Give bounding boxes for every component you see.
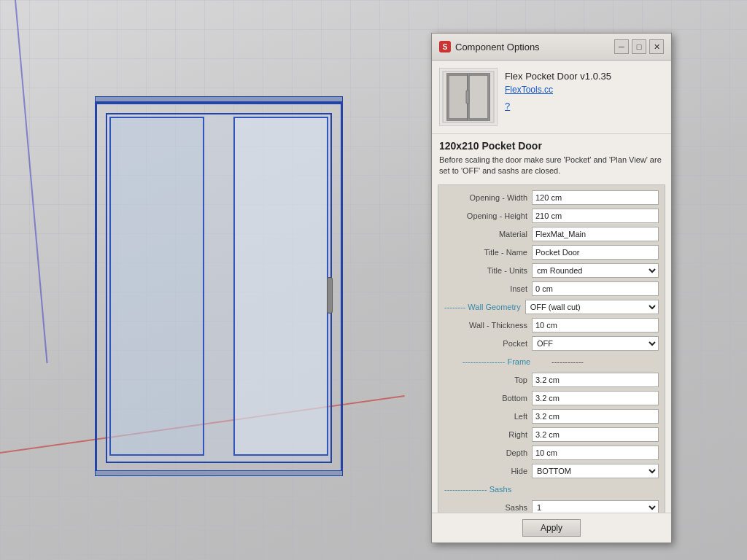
hide-label: Hide [444, 467, 532, 475]
bottom-input[interactable] [532, 391, 659, 405]
component-options-dialog: S Component Options ─ □ ✕ [431, 33, 672, 543]
frame-dashes: ------------ [549, 354, 659, 369]
sashs-row: Sashs 1 2 3 4 [444, 499, 659, 513]
title-name-input[interactable] [532, 245, 659, 260]
title-name-row: Title - Name [444, 244, 659, 260]
depth-row: Depth [444, 445, 659, 461]
sashs-separator-label: ---------------- Sashs [444, 485, 659, 494]
minimize-button[interactable]: ─ [614, 39, 629, 54]
hide-select[interactable]: BOTTOM TOP LEFT RIGHT NONE [532, 464, 659, 478]
pocket-select[interactable]: OFF ON [532, 336, 659, 351]
title-units-row: Title - Units cm Rounded cm mm inches fe… [444, 262, 659, 279]
opening-height-input[interactable] [532, 209, 659, 223]
depth-input[interactable] [532, 446, 659, 460]
wall-thickness-label: Wall - Thickness [444, 321, 532, 330]
properties-panel: Opening - Width Opening - Height Materia… [438, 184, 665, 513]
right-row: Right [444, 427, 659, 443]
right-label: Right [444, 430, 532, 439]
product-link[interactable]: FlexTools.cc [505, 85, 611, 95]
opening-width-input[interactable] [532, 190, 659, 205]
product-thumbnail [439, 68, 498, 126]
dialog-title: Component Options [455, 42, 540, 52]
svg-rect-2 [449, 75, 468, 119]
app-icon: S [439, 41, 451, 52]
material-label: Material [444, 230, 532, 238]
frame-separator-row: ---------------- Frame ------------ [444, 354, 659, 370]
apply-button[interactable]: Apply [522, 519, 581, 537]
sashs-select[interactable]: 1 2 3 4 [532, 500, 659, 513]
left-label: Left [444, 412, 532, 421]
material-row: Material [444, 226, 659, 242]
top-row: Top [444, 372, 659, 388]
pocket-label: Pocket [444, 339, 532, 348]
section-note: Before scaling the door make sure 'Pocke… [432, 155, 671, 182]
product-help[interactable]: ? [505, 101, 611, 112]
opening-height-label: Opening - Height [444, 211, 532, 220]
dialog-title-left: S Component Options [439, 41, 540, 52]
close-button[interactable]: ✕ [649, 39, 664, 54]
pocket-row: Pocket OFF ON [444, 335, 659, 351]
bottom-row: Bottom [444, 390, 659, 406]
top-input[interactable] [532, 373, 659, 387]
top-label: Top [444, 376, 532, 384]
right-input[interactable] [532, 427, 659, 442]
title-name-label: Title - Name [444, 248, 532, 257]
frame-separator-label: ---------------- Frame [444, 357, 549, 366]
inset-input[interactable] [532, 281, 659, 296]
dialog-footer: Apply [432, 513, 671, 542]
bottom-label: Bottom [444, 394, 532, 402]
maximize-button[interactable]: □ [632, 39, 646, 54]
dialog-titlebar: S Component Options ─ □ ✕ [432, 34, 671, 61]
title-units-label: Title - Units [444, 266, 532, 275]
product-name: Flex Pocket Door v1.0.35 [505, 71, 611, 82]
dialog-content[interactable]: 120x210 Pocket Door Before scaling the d… [432, 134, 671, 513]
depth-label: Depth [444, 448, 532, 457]
sashs-label: Sashs [444, 503, 532, 512]
svg-rect-3 [469, 75, 488, 119]
left-input[interactable] [532, 409, 659, 424]
wall-geometry-row: -------- Wall Geometry OFF (wall cut) ON… [444, 299, 659, 315]
door-panel-left [109, 117, 204, 456]
hide-row: Hide BOTTOM TOP LEFT RIGHT NONE [444, 463, 659, 479]
wall-thickness-row: Wall - Thickness [444, 317, 659, 333]
blue-axis-line [15, 0, 48, 363]
door-handle [327, 277, 333, 314]
opening-width-label: Opening - Width [444, 193, 532, 202]
section-title: 120x210 Pocket Door [432, 134, 671, 155]
wall-geometry-select[interactable]: OFF (wall cut) ON OFF [525, 300, 659, 314]
left-row: Left [444, 408, 659, 424]
material-input[interactable] [532, 227, 659, 241]
door-panel-right [233, 117, 328, 456]
wall-thickness-input[interactable] [532, 318, 659, 332]
wall-geometry-label: -------- Wall Geometry [444, 303, 525, 311]
opening-width-row: Opening - Width [444, 190, 659, 206]
inset-row: Inset [444, 281, 659, 297]
product-info: Flex Pocket Door v1.0.35 FlexTools.cc ? [505, 68, 611, 126]
title-units-select[interactable]: cm Rounded cm mm inches feet [532, 263, 659, 278]
door-track-bottom [95, 470, 343, 476]
door-thumbnail-svg [441, 70, 495, 124]
dialog-controls[interactable]: ─ □ ✕ [614, 39, 664, 54]
opening-height-row: Opening - Height [444, 208, 659, 224]
sashs-separator-row: ---------------- Sashs [444, 481, 659, 497]
inset-label: Inset [444, 284, 532, 293]
door-illustration [73, 102, 379, 489]
door-track-top [95, 96, 343, 102]
svg-rect-5 [466, 90, 469, 104]
dialog-header: Flex Pocket Door v1.0.35 FlexTools.cc ? [432, 61, 671, 134]
